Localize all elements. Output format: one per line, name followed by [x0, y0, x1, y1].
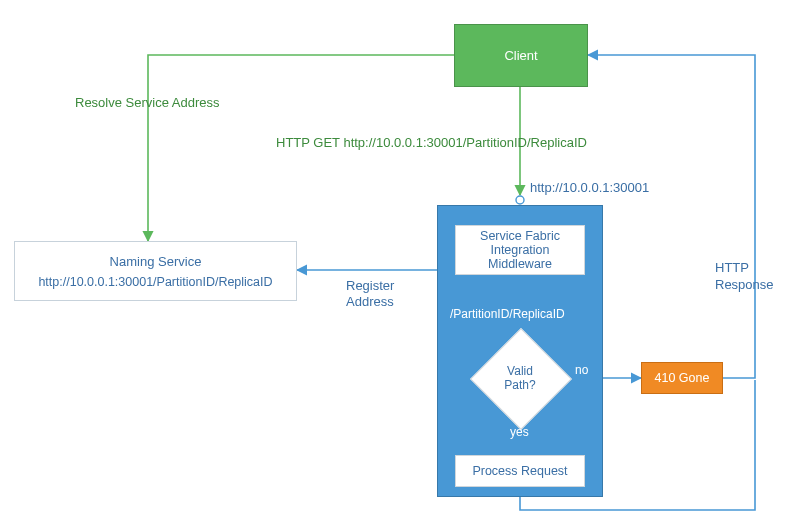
label-yes: yes	[510, 425, 529, 439]
label-listen-url: http://10.0.0.1:30001	[530, 180, 649, 195]
connector-circle	[516, 196, 524, 204]
label-path-segment: /PartitionID/ReplicaID	[450, 307, 565, 321]
label-http-get: HTTP GET http://10.0.0.1:30001/Partition…	[276, 135, 587, 150]
process-request-node: Process Request	[455, 455, 585, 487]
label-http-response: HTTP Response	[715, 260, 774, 294]
middleware-node: Service Fabric Integration Middleware	[455, 225, 585, 275]
client-label: Client	[504, 48, 537, 63]
valid-path-label: Valid Path?	[485, 343, 555, 413]
edge-response-from-gone	[588, 55, 755, 378]
client-node: Client	[454, 24, 588, 87]
naming-service-node: Naming Service http://10.0.0.1:30001/Par…	[14, 241, 297, 301]
label-register: Register Address	[346, 278, 394, 311]
naming-service-url: http://10.0.0.1:30001/PartitionID/Replic…	[38, 275, 272, 289]
label-no: no	[575, 363, 588, 377]
naming-service-title: Naming Service	[110, 254, 202, 269]
gone-node: 410 Gone	[641, 362, 723, 394]
gone-label: 410 Gone	[655, 371, 710, 385]
label-resolve: Resolve Service Address	[75, 95, 220, 110]
